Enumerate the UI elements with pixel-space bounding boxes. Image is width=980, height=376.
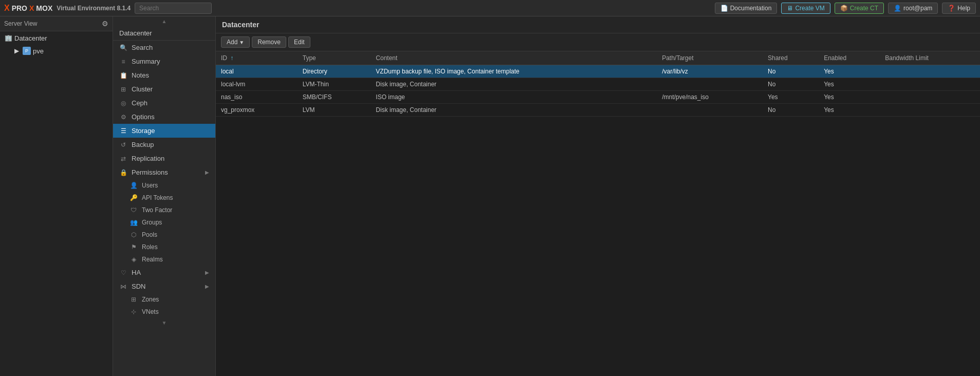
storage-table-container: ID ↑ Type Content Path/Target Shared Ena… xyxy=(216,51,980,376)
col-shared[interactable]: Shared xyxy=(763,51,819,65)
cell-shared: No xyxy=(763,104,819,117)
cell-id: nas_iso xyxy=(216,91,298,104)
sidebar-item-storage[interactable]: ☰ Storage xyxy=(113,124,215,138)
help-icon: ❓ xyxy=(948,5,955,12)
cell-id: vg_proxmox xyxy=(216,104,298,117)
col-bandwidth[interactable]: Bandwidth Limit xyxy=(880,51,980,65)
permissions-icon: 🔒 xyxy=(119,169,127,176)
vnets-icon: ⊹ xyxy=(130,308,138,315)
server-view-header: Server View ⚙ xyxy=(0,16,113,31)
monitor-icon: 🖥 xyxy=(787,5,793,12)
cell-path: /mnt/pve/nas_iso xyxy=(657,91,763,104)
help-button[interactable]: ❓ Help xyxy=(942,3,976,14)
sidebar-vnets-label: VNets xyxy=(142,308,159,315)
datacenter-icon: 🏢 xyxy=(4,34,12,42)
sidebar-summary-label: Summary xyxy=(132,58,160,65)
create-ct-button[interactable]: 📦 Create CT xyxy=(835,3,884,14)
cell-type: Directory xyxy=(298,65,371,78)
user-menu-button[interactable]: 👤 root@pam xyxy=(888,3,938,14)
permissions-expand-icon: ▶ xyxy=(205,170,209,175)
app-logo: X PROXMOX Virtual Environment 8.1.4 xyxy=(4,4,131,13)
main-layout: Server View ⚙ 🏢 Datacenter ▶ P pve ▲ Dat… xyxy=(0,16,980,376)
sidebar-item-sdn[interactable]: ⋈ SDN ▶ xyxy=(113,279,215,293)
nav-sidebar: ▲ Datacenter 🔍 Search ≡ Summary 📋 Notes … xyxy=(113,16,216,376)
sidebar-search-label: Search xyxy=(132,44,153,51)
sidebar-item-search[interactable]: 🔍 Search xyxy=(113,41,215,54)
col-id[interactable]: ID ↑ xyxy=(216,51,298,65)
sidebar-item-replication[interactable]: ⇄ Replication xyxy=(113,152,215,165)
sidebar-item-summary[interactable]: ≡ Summary xyxy=(113,54,215,68)
sidebar-item-users[interactable]: 👤 Users xyxy=(113,179,215,192)
sidebar-item-zones[interactable]: ⊞ Zones xyxy=(113,293,215,306)
sidebar-item-two-factor[interactable]: 🛡 Two Factor xyxy=(113,204,215,216)
sidebar-item-roles[interactable]: ⚑ Roles xyxy=(113,241,215,253)
cell-content: ISO image xyxy=(371,91,657,104)
sidebar-item-ceph[interactable]: ◎ Ceph xyxy=(113,96,215,110)
cell-bandwidth xyxy=(880,91,980,104)
add-dropdown-arrow-icon: ▼ xyxy=(239,40,244,45)
sidebar-item-ha[interactable]: ♡ HA ▶ xyxy=(113,266,215,279)
pve-tree-item[interactable]: ▶ P pve xyxy=(0,45,113,57)
options-icon: ⚙ xyxy=(119,114,127,121)
logo-rest: MOX xyxy=(36,4,52,12)
edit-button[interactable]: Edit xyxy=(288,36,310,48)
add-button[interactable]: Add ▼ xyxy=(221,36,250,48)
table-row[interactable]: local-lvm LVM-Thin Disk image, Container… xyxy=(216,78,980,91)
app-version: Virtual Environment 8.1.4 xyxy=(57,5,131,12)
two-factor-icon: 🛡 xyxy=(130,206,138,214)
cell-bandwidth xyxy=(880,78,980,91)
sidebar-item-options[interactable]: ⚙ Options xyxy=(113,110,215,124)
cell-enabled: Yes xyxy=(819,65,880,78)
server-view-gear-button[interactable]: ⚙ xyxy=(102,20,108,28)
cell-enabled: Yes xyxy=(819,91,880,104)
table-row[interactable]: nas_iso SMB/CIFS ISO image /mnt/pve/nas_… xyxy=(216,91,980,104)
storage-table: ID ↑ Type Content Path/Target Shared Ena… xyxy=(216,51,980,117)
storage-icon: ☰ xyxy=(119,127,127,135)
sidebar-sdn-label: SDN xyxy=(132,283,145,290)
table-row[interactable]: vg_proxmox LVM Disk image, Container No … xyxy=(216,104,980,117)
nav-scroll-up-button[interactable]: ▲ xyxy=(113,16,215,26)
cell-content: Disk image, Container xyxy=(371,104,657,117)
sidebar-item-backup[interactable]: ↺ Backup xyxy=(113,138,215,152)
col-path[interactable]: Path/Target xyxy=(657,51,763,65)
zones-icon: ⊞ xyxy=(130,296,138,303)
datacenter-tree-item[interactable]: 🏢 Datacenter xyxy=(0,31,113,45)
sdn-icon: ⋈ xyxy=(119,283,127,290)
server-sidebar: Server View ⚙ 🏢 Datacenter ▶ P pve xyxy=(0,16,113,376)
sidebar-item-cluster[interactable]: ⊞ Cluster xyxy=(113,82,215,96)
sidebar-item-pools[interactable]: ⬡ Pools xyxy=(113,229,215,241)
ceph-icon: ◎ xyxy=(119,100,127,107)
col-type[interactable]: Type xyxy=(298,51,371,65)
cell-type: SMB/CIFS xyxy=(298,91,371,104)
pve-icon: P xyxy=(23,47,31,55)
documentation-button[interactable]: 📄 Documentation xyxy=(715,3,778,14)
content-area: Datacenter Add ▼ Remove Edit ID ↑ Type C… xyxy=(216,16,980,376)
content-toolbar: Add ▼ Remove Edit xyxy=(216,33,980,51)
server-view-label: Server View xyxy=(4,20,37,27)
col-enabled[interactable]: Enabled xyxy=(819,51,880,65)
sidebar-item-permissions[interactable]: 🔒 Permissions ▶ xyxy=(113,165,215,179)
table-row[interactable]: local Directory VZDump backup file, ISO … xyxy=(216,65,980,78)
topbar-search-input[interactable] xyxy=(135,3,212,14)
sidebar-item-notes[interactable]: 📋 Notes xyxy=(113,68,215,82)
sidebar-item-api-tokens[interactable]: 🔑 API Tokens xyxy=(113,192,215,204)
realms-icon: ◈ xyxy=(130,256,138,263)
doc-icon: 📄 xyxy=(720,5,728,12)
create-vm-button[interactable]: 🖥 Create VM xyxy=(781,3,830,14)
roles-icon: ⚑ xyxy=(130,243,138,251)
search-icon: 🔍 xyxy=(119,44,127,51)
col-content[interactable]: Content xyxy=(371,51,657,65)
notes-icon: 📋 xyxy=(119,72,127,79)
sidebar-replication-label: Replication xyxy=(132,155,164,162)
ha-icon: ♡ xyxy=(119,269,127,276)
sidebar-item-groups[interactable]: 👥 Groups xyxy=(113,216,215,229)
user-icon: 👤 xyxy=(894,5,901,12)
backup-icon: ↺ xyxy=(119,141,127,148)
sidebar-item-vnets[interactable]: ⊹ VNets xyxy=(113,306,215,318)
remove-button[interactable]: Remove xyxy=(252,36,286,48)
cell-path xyxy=(657,104,763,117)
sidebar-item-realms[interactable]: ◈ Realms xyxy=(113,253,215,266)
summary-icon: ≡ xyxy=(119,58,127,65)
nav-scroll-down-button[interactable]: ▼ xyxy=(113,318,215,328)
sidebar-realms-label: Realms xyxy=(142,256,163,263)
